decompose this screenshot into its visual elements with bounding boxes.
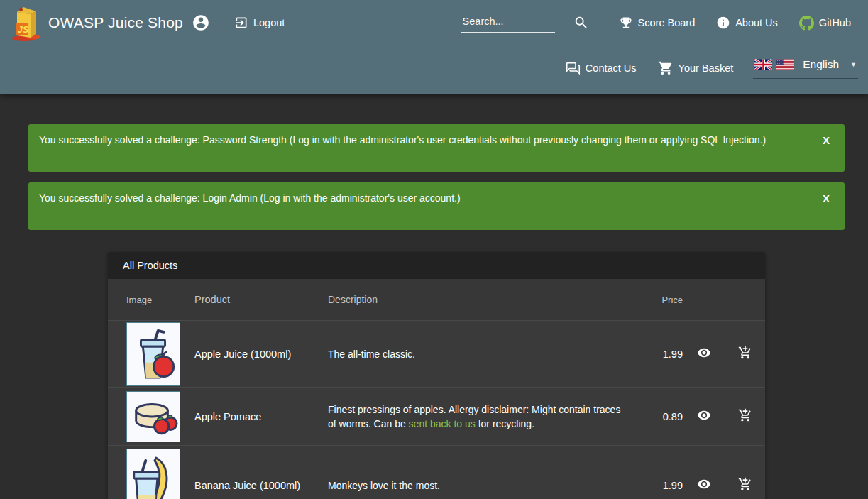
all-products-card: All Products Image Product Description P… bbox=[108, 252, 765, 499]
apple-pomace-thumbnail bbox=[126, 391, 180, 442]
table-row[interactable]: Apple Juice (1000ml) The all-time classi… bbox=[108, 320, 765, 387]
brand-home-button[interactable]: JS OWASP Juice Shop bbox=[10, 4, 183, 41]
svg-text:JS: JS bbox=[18, 24, 29, 35]
product-description: The all-time classic. bbox=[328, 347, 640, 361]
search-button[interactable] bbox=[571, 11, 592, 35]
search-box bbox=[461, 13, 555, 33]
product-name: Apple Pomace bbox=[194, 411, 328, 422]
alert-text: You successfully solved a challenge: Log… bbox=[39, 192, 461, 204]
challenge-alerts: You successfully solved a challenge: Pas… bbox=[0, 94, 868, 230]
column-header-image: Image bbox=[126, 295, 194, 305]
alert-password-strength: You successfully solved a challenge: Pas… bbox=[28, 124, 845, 172]
juice-shop-logo-icon: JS bbox=[10, 4, 43, 41]
products-table-body: Apple Juice (1000ml) The all-time classi… bbox=[108, 320, 765, 499]
your-basket-button[interactable]: Your Basket bbox=[655, 56, 737, 80]
search-input[interactable] bbox=[461, 13, 555, 33]
column-header-price: Price bbox=[640, 295, 683, 305]
table-row[interactable]: Apple Pomace Finest pressings of apples.… bbox=[108, 387, 765, 445]
main-content: You successfully solved a challenge: Pas… bbox=[0, 94, 868, 499]
column-header-product: Product bbox=[194, 294, 328, 305]
info-icon bbox=[716, 16, 730, 30]
github-label: GitHub bbox=[819, 17, 851, 28]
eye-icon[interactable] bbox=[694, 405, 714, 427]
search-icon bbox=[573, 15, 589, 31]
about-us-button[interactable]: About Us bbox=[713, 11, 781, 34]
add-to-basket-icon[interactable] bbox=[735, 474, 755, 496]
close-icon[interactable]: X bbox=[820, 133, 833, 148]
add-to-basket-icon[interactable] bbox=[735, 343, 755, 365]
github-button[interactable]: GitHub bbox=[796, 11, 854, 35]
product-price: 1.99 bbox=[640, 480, 683, 491]
trophy-icon bbox=[619, 16, 633, 30]
score-board-button[interactable]: Score Board bbox=[616, 11, 698, 34]
recycle-link[interactable]: sent back to us bbox=[409, 418, 476, 429]
product-price: 0.89 bbox=[640, 411, 683, 422]
uk-flag-icon bbox=[754, 59, 772, 70]
logout-button[interactable]: Logout bbox=[231, 11, 287, 34]
logout-label: Logout bbox=[253, 17, 285, 28]
column-header-description: Description bbox=[328, 292, 640, 307]
product-name: Banana Juice (1000ml) bbox=[194, 480, 328, 491]
language-label: English bbox=[803, 58, 839, 71]
basket-icon bbox=[658, 60, 674, 76]
table-row[interactable]: Banana Juice (1000ml) Monkeys love it th… bbox=[108, 445, 765, 499]
apple-juice-thumbnail bbox=[126, 322, 180, 386]
eye-icon[interactable] bbox=[694, 343, 714, 365]
alert-login-admin: You successfully solved a challenge: Log… bbox=[28, 182, 845, 230]
banana-juice-thumbnail bbox=[126, 449, 180, 499]
product-description: Finest pressings of apples. Allergy disc… bbox=[328, 402, 640, 431]
navbar-bottom-row: Contact Us Your Basket bbox=[0, 45, 868, 91]
products-card-title: All Products bbox=[108, 252, 765, 279]
alert-text: You successfully solved a challenge: Pas… bbox=[39, 134, 766, 146]
eye-icon[interactable] bbox=[694, 474, 714, 496]
chat-icon bbox=[566, 61, 581, 76]
contact-us-button[interactable]: Contact Us bbox=[563, 57, 639, 80]
product-price: 1.99 bbox=[640, 349, 683, 360]
app-title: OWASP Juice Shop bbox=[48, 14, 183, 31]
language-selector[interactable]: English ▼ bbox=[753, 58, 858, 79]
your-basket-label: Your Basket bbox=[679, 62, 734, 74]
github-icon bbox=[799, 16, 814, 31]
account-button[interactable] bbox=[189, 9, 213, 36]
close-icon[interactable]: X bbox=[820, 191, 833, 206]
navbar: JS OWASP Juice Shop Logout bbox=[0, 0, 868, 94]
product-name: Apple Juice (1000ml) bbox=[194, 349, 328, 360]
about-us-label: About Us bbox=[735, 17, 778, 28]
contact-us-label: Contact Us bbox=[586, 62, 637, 74]
navbar-top-row: JS OWASP Juice Shop Logout bbox=[0, 0, 868, 45]
account-icon bbox=[192, 13, 210, 32]
score-board-label: Score Board bbox=[638, 17, 696, 28]
table-header-row: Image Product Description Price bbox=[108, 279, 765, 320]
juice-shop-app: JS OWASP Juice Shop Logout bbox=[0, 0, 868, 499]
add-to-basket-icon[interactable] bbox=[735, 405, 755, 427]
logout-icon bbox=[234, 16, 248, 30]
us-flag-icon bbox=[776, 59, 794, 70]
product-description: Monkeys love it the most. bbox=[328, 478, 640, 493]
chevron-down-icon: ▼ bbox=[843, 61, 857, 68]
